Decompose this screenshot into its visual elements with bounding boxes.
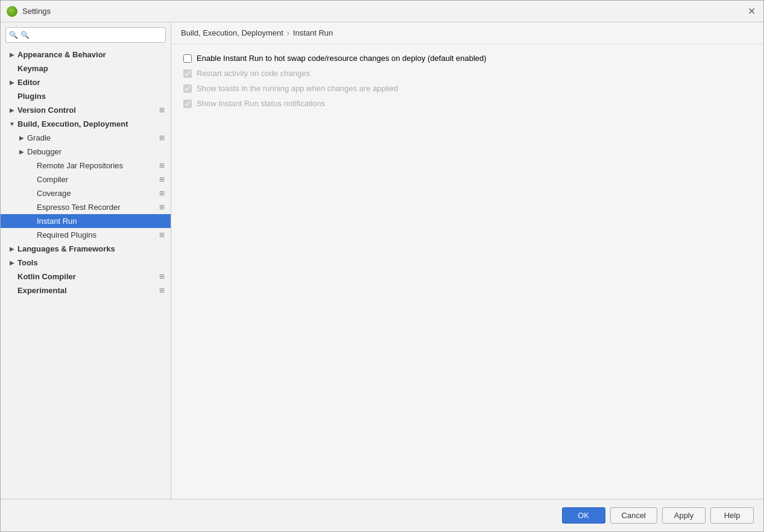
arrow-spacer [27,162,36,170]
main-panel: Build, Execution, Deployment › Instant R… [171,22,763,499]
sidebar-item-label: Appearance & Behavior [17,50,166,59]
sidebar-item-label: Remote Jar Repositories [37,161,157,170]
cancel-button[interactable]: Cancel [610,507,657,524]
setting-row-enable: Enable Instant Run to hot swap code/reso… [183,54,751,63]
arrow-spacer [8,273,16,281]
apply-button[interactable]: Apply [662,507,706,524]
restart-activity-checkbox[interactable] [183,69,192,78]
restart-activity-row: Restart activity on code changes [183,69,310,78]
search-box: 🔍 [5,27,166,43]
arrow-icon: ▶ [8,106,16,115]
breadcrumb-parent: Build, Execution, Deployment [181,28,283,37]
sidebar-item-keymap[interactable]: Keymap [1,62,171,75]
arrow-spacer [27,189,36,198]
copy-icon: ⊞ [157,134,166,142]
sidebar-item-languages[interactable]: ▶ Languages & Frameworks [1,242,171,256]
sidebar-item-gradle[interactable]: ▶ Gradle ⊞ [1,131,171,145]
nav-tree: ▶ Appearance & Behavior Keymap ▶ Editor … [1,48,171,499]
show-notifications-row: Show Instant Run status notifications [183,99,325,108]
title-bar: Settings ✕ [1,1,763,22]
close-button[interactable]: ✕ [745,5,757,17]
arrow-spacer [27,231,36,239]
sidebar-item-experimental[interactable]: Experimental ⊞ [1,283,171,297]
arrow-icon: ▶ [8,51,16,59]
enable-instant-run-row[interactable]: Enable Instant Run to hot swap code/reso… [183,54,487,63]
window-title: Settings [22,7,745,16]
arrow-icon: ▶ [8,78,16,87]
ok-button[interactable]: OK [562,507,605,524]
sidebar-item-build[interactable]: ▼ Build, Execution, Deployment [1,117,171,131]
arrow-icon: ▶ [17,148,26,156]
sidebar-item-label: Instant Run [37,217,166,226]
app-icon [7,6,17,17]
enable-instant-run-checkbox[interactable] [183,54,192,63]
sidebar-item-label: Editor [17,78,166,87]
arrow-spacer [8,287,16,295]
search-input[interactable] [5,27,166,43]
sidebar-item-kotlin-compiler[interactable]: Kotlin Compiler ⊞ [1,270,171,283]
arrow-spacer [27,203,36,212]
arrow-spacer [27,217,36,226]
sidebar-item-compiler[interactable]: Compiler ⊞ [1,173,171,186]
sidebar-item-editor[interactable]: ▶ Editor [1,75,171,89]
sidebar-item-instant-run[interactable]: Instant Run [1,214,171,228]
sidebar-item-label: Experimental [17,286,157,295]
copy-icon: ⊞ [157,176,166,184]
sidebar-item-espresso[interactable]: Espresso Test Recorder ⊞ [1,200,171,214]
arrow-icon-expanded: ▼ [8,120,16,128]
sidebar-item-debugger[interactable]: ▶ Debugger [1,145,171,159]
arrow-spacer [27,176,36,184]
copy-icon: ⊞ [157,162,166,170]
sidebar-item-label: Required Plugins [37,230,157,239]
show-notifications-checkbox[interactable] [183,100,192,108]
sidebar-item-tools[interactable]: ▶ Tools [1,256,171,270]
restart-activity-label: Restart activity on code changes [197,69,310,78]
breadcrumb-separator: › [287,29,289,37]
sidebar-item-label: Plugins [17,92,166,101]
copy-icon: ⊞ [157,203,166,212]
show-toasts-label: Show toasts in the running app when chan… [197,84,398,93]
sidebar-item-label: Tools [17,258,166,267]
sidebar: 🔍 ▶ Appearance & Behavior Keymap ▶ Edito… [1,22,171,499]
copy-icon: ⊞ [157,189,166,198]
breadcrumb-current: Instant Run [293,28,333,37]
sidebar-item-version-control[interactable]: ▶ Version Control ⊞ [1,103,171,117]
sidebar-item-label: Compiler [37,175,157,184]
sidebar-item-label: Languages & Frameworks [17,244,166,253]
sidebar-item-required-plugins[interactable]: Required Plugins ⊞ [1,228,171,242]
sidebar-item-label: Espresso Test Recorder [37,203,157,212]
arrow-icon: ▶ [8,245,16,253]
sidebar-item-label: Build, Execution, Deployment [17,119,166,128]
copy-icon: ⊞ [157,106,166,115]
setting-row-restart: Restart activity on code changes [183,69,751,78]
setting-row-toasts: Show toasts in the running app when chan… [183,84,751,93]
arrow-icon: ▶ [17,134,26,142]
copy-icon: ⊞ [157,231,166,239]
sidebar-item-coverage[interactable]: Coverage ⊞ [1,186,171,200]
footer: OK Cancel Apply Help [1,499,763,531]
sidebar-item-label: Version Control [17,106,157,115]
arrow-icon: ▶ [8,259,16,267]
content-area: 🔍 ▶ Appearance & Behavior Keymap ▶ Edito… [1,22,763,499]
arrow-spacer [8,65,16,73]
copy-icon: ⊞ [157,273,166,281]
arrow-spacer [8,92,16,101]
setting-row-notifications: Show Instant Run status notifications [183,99,751,108]
enable-instant-run-label: Enable Instant Run to hot swap code/reso… [197,54,487,63]
sidebar-item-label: Kotlin Compiler [17,272,157,281]
sidebar-item-appearance[interactable]: ▶ Appearance & Behavior [1,48,171,62]
sidebar-item-remote-jar[interactable]: Remote Jar Repositories ⊞ [1,159,171,173]
settings-window: Settings ✕ 🔍 ▶ Appearance & Behavior Key… [0,0,764,532]
sidebar-item-label: Gradle [27,133,157,142]
settings-content: Enable Instant Run to hot swap code/reso… [171,44,763,499]
show-toasts-row: Show toasts in the running app when chan… [183,84,398,93]
copy-icon: ⊞ [157,287,166,295]
show-notifications-label: Show Instant Run status notifications [197,99,325,108]
breadcrumb: Build, Execution, Deployment › Instant R… [171,22,763,44]
sidebar-item-label: Coverage [37,189,157,198]
sidebar-item-plugins[interactable]: Plugins [1,89,171,103]
search-icon: 🔍 [9,31,18,39]
help-button[interactable]: Help [710,507,754,524]
show-toasts-checkbox[interactable] [183,84,192,93]
sidebar-item-label: Debugger [27,147,166,156]
